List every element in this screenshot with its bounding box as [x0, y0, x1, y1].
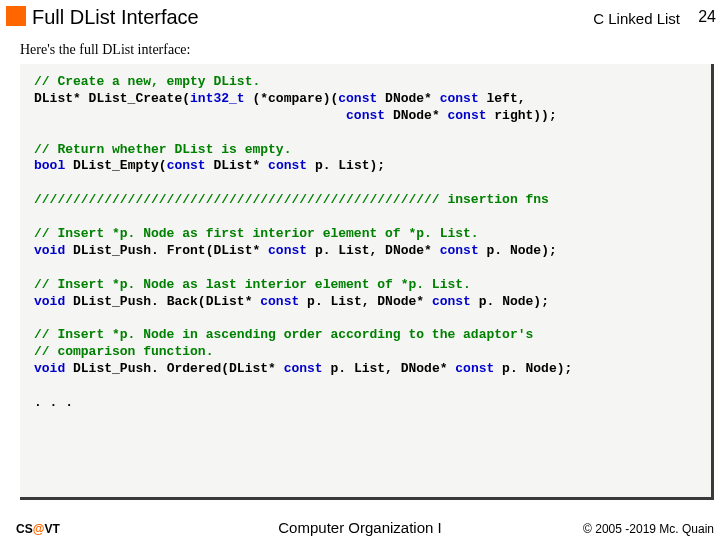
code-comment: // Insert *p. Node as first interior ele…	[34, 226, 479, 241]
code-text: DList*	[206, 158, 268, 173]
code-text: p. List);	[307, 158, 385, 173]
code-keyword: const	[455, 361, 494, 376]
code-keyword: const	[167, 158, 206, 173]
code-keyword: const	[338, 91, 377, 106]
code-comment: // Insert *p. Node as last interior elem…	[34, 277, 471, 292]
code-text	[34, 108, 346, 123]
code-comment: // Create a new, empty DList.	[34, 74, 260, 89]
code-keyword: const	[346, 108, 385, 123]
code-text: DList_Empty(	[65, 158, 166, 173]
code-keyword: void	[34, 243, 65, 258]
code-keyword: const	[440, 91, 479, 106]
code-text: p. List, DNode*	[307, 243, 440, 258]
code-keyword: const	[440, 243, 479, 258]
code-block: // Create a new, empty DList. DList* DLi…	[20, 64, 714, 500]
code-keyword: const	[448, 108, 487, 123]
code-keyword: void	[34, 361, 65, 376]
code-comment: // Insert *p. Node in ascending order ac…	[34, 327, 533, 342]
code-ellipsis: . . .	[34, 395, 73, 410]
code-text: p. Node);	[479, 243, 557, 258]
code-text: DList_Push. Ordered(DList*	[65, 361, 283, 376]
code-text: DNode*	[377, 91, 439, 106]
code-keyword: int32_t	[190, 91, 245, 106]
code-text: DList_Push. Back(DList*	[65, 294, 260, 309]
code-text: p. List, DNode*	[299, 294, 432, 309]
code-keyword: const	[268, 158, 307, 173]
footer-copyright: © 2005 -2019 Mc. Quain	[583, 522, 714, 536]
code-text: DList* DList_Create(	[34, 91, 190, 106]
code-keyword: const	[260, 294, 299, 309]
code-text: left,	[479, 91, 526, 106]
code-text: right));	[487, 108, 557, 123]
code-keyword: bool	[34, 158, 65, 173]
code-text: DList_Push. Front(DList*	[65, 243, 268, 258]
code-comment: // Return whether DList is empty.	[34, 142, 291, 157]
code-text: DNode*	[385, 108, 447, 123]
code-keyword: const	[268, 243, 307, 258]
slide-number: 24	[698, 8, 716, 26]
code-text: p. List, DNode*	[323, 361, 456, 376]
code-text: p. Node);	[494, 361, 572, 376]
code-keyword: const	[284, 361, 323, 376]
course-topic: C Linked List	[593, 10, 680, 27]
code-keyword: void	[34, 294, 65, 309]
code-keyword: const	[432, 294, 471, 309]
code-comment: ////////////////////////////////////////…	[34, 192, 549, 207]
slide-title: Full DList Interface	[32, 6, 199, 29]
intro-text: Here's the full DList interface:	[20, 42, 190, 58]
code-comment: // comparison function.	[34, 344, 213, 359]
orange-bullet	[6, 6, 26, 26]
code-text: (*compare)(	[245, 91, 339, 106]
code-text: p. Node);	[471, 294, 549, 309]
